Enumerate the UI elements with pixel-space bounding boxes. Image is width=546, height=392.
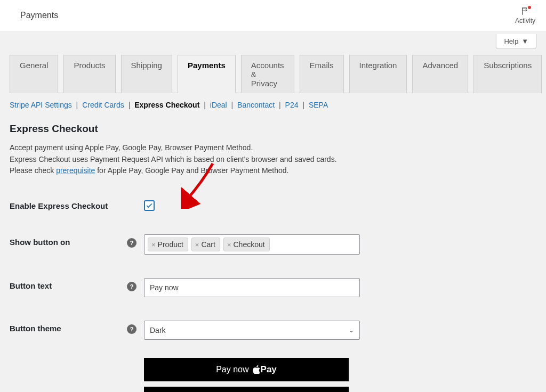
tab-advanced[interactable]: Advanced bbox=[412, 55, 468, 93]
tag-cart[interactable]: ×Cart bbox=[191, 238, 220, 251]
remove-tag-icon[interactable]: × bbox=[151, 241, 156, 249]
remove-tag-icon[interactable]: × bbox=[227, 241, 231, 249]
page-title: Payments bbox=[20, 11, 58, 20]
button-theme-label: Button theme bbox=[10, 321, 127, 333]
chevron-down-icon: ▼ bbox=[521, 37, 528, 45]
help-button[interactable]: Help ▼ bbox=[496, 34, 536, 49]
apple-pay-logo-icon: Pay bbox=[252, 364, 277, 375]
subnav-credit-cards[interactable]: Credit Cards bbox=[82, 101, 124, 109]
tab-products[interactable]: Products bbox=[63, 55, 115, 93]
help-label: Help bbox=[504, 37, 518, 45]
flag-icon bbox=[520, 6, 531, 16]
google-pay-preview-button[interactable]: Pay now Pay bbox=[144, 387, 349, 392]
subnav-stripe-api-settings[interactable]: Stripe API Settings bbox=[10, 101, 72, 109]
button-text-input[interactable] bbox=[144, 278, 360, 297]
activity-label: Activity bbox=[515, 17, 535, 24]
enable-checkbox[interactable] bbox=[144, 200, 155, 211]
subnav-express-checkout[interactable]: Express Checkout bbox=[134, 101, 199, 109]
tab-integration[interactable]: Integration bbox=[349, 55, 407, 93]
tag-product[interactable]: ×Product bbox=[148, 238, 188, 251]
remove-tag-icon[interactable]: × bbox=[195, 241, 199, 249]
subnav-sepa[interactable]: SEPA bbox=[309, 101, 328, 109]
tab-subscriptions[interactable]: Subscriptions bbox=[473, 55, 542, 93]
tab-payments[interactable]: Payments bbox=[178, 55, 236, 93]
show-button-on-select[interactable]: ×Product×Cart×Checkout bbox=[144, 234, 360, 255]
notification-dot-icon bbox=[528, 6, 531, 9]
subnav: Stripe API Settings | Credit Cards | Exp… bbox=[10, 93, 536, 113]
subnav-p-[interactable]: P24 bbox=[285, 101, 299, 109]
prerequisite-link[interactable]: prerequisite bbox=[56, 166, 95, 175]
tab-emails[interactable]: Emails bbox=[300, 55, 344, 93]
show-button-on-label: Show button on bbox=[10, 234, 127, 247]
button-theme-select[interactable]: Dark ⌄ bbox=[144, 321, 360, 340]
section-description: Accept payment using Apple Pay, Google P… bbox=[10, 142, 536, 177]
tab-accounts-privacy[interactable]: Accounts & Privacy bbox=[241, 55, 294, 93]
subnav-ideal[interactable]: iDeal bbox=[210, 101, 227, 109]
activity-button[interactable]: Activity bbox=[515, 6, 535, 24]
chevron-down-icon: ⌄ bbox=[349, 326, 354, 334]
help-tooltip-icon[interactable]: ? bbox=[127, 238, 136, 248]
button-text-label: Button text bbox=[10, 278, 127, 290]
subnav-bancontact[interactable]: Bancontact bbox=[237, 101, 275, 109]
tab-general[interactable]: General bbox=[10, 55, 58, 93]
topbar: Payments Activity bbox=[0, 0, 546, 31]
enable-label: Enable Express Checkout bbox=[10, 198, 127, 210]
tag-checkout[interactable]: ×Checkout bbox=[223, 238, 270, 251]
help-tooltip-icon[interactable]: ? bbox=[127, 282, 136, 291]
tab-shipping[interactable]: Shipping bbox=[121, 55, 172, 93]
tabs: GeneralProductsShippingPaymentsAccounts … bbox=[10, 54, 536, 93]
apple-pay-preview-button[interactable]: Pay now Pay bbox=[144, 358, 349, 381]
section-title: Express Checkout bbox=[10, 123, 536, 135]
help-tooltip-icon[interactable]: ? bbox=[127, 324, 136, 334]
